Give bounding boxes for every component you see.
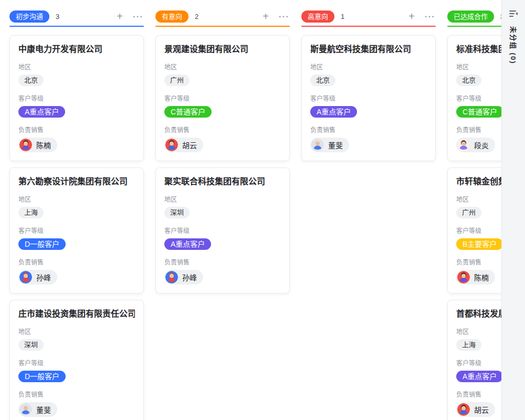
add-card-button[interactable]: + — [113, 10, 126, 23]
card-title: 聚实联合科技集团有限公司 — [164, 176, 281, 187]
card-list: 中康电力开发有限公司 地区 北京 客户等级 A重点客户 负责销售 陈楠 第六勘察… — [9, 35, 144, 420]
sales-person-name: 董斐 — [328, 140, 343, 150]
field-label-level: 客户等级 — [18, 93, 135, 102]
region-tag: 上海 — [18, 207, 44, 218]
column-more-button[interactable]: ⋯ — [277, 10, 290, 23]
sales-person-chip: 孙峰 — [18, 270, 57, 285]
kanban-card[interactable]: 聚实联合科技集团有限公司 地区 深圳 客户等级 A重点客户 负责销售 孙峰 — [155, 167, 290, 293]
region-tag: 广州 — [456, 207, 481, 218]
field-label-sales: 负责销售 — [164, 257, 281, 266]
add-card-button[interactable]: + — [405, 10, 418, 23]
column-underline — [9, 26, 144, 27]
kanban-card[interactable]: 景观建设集团有限公司 地区 广州 客户等级 C普通客户 负责销售 胡云 — [155, 35, 290, 161]
sales-person-name: 陈楠 — [474, 272, 489, 282]
level-badge: A重点客户 — [310, 106, 357, 118]
region-tag: 广州 — [164, 75, 190, 86]
card-title: 景观建设集团有限公司 — [164, 44, 281, 55]
level-badge: D一般客户 — [18, 238, 66, 250]
region-tag: 深圳 — [18, 339, 44, 351]
card-title: 庄市建设投资集团有限责任公司 — [18, 309, 135, 319]
field-label-sales: 负责销售 — [18, 390, 135, 398]
field-label-sales: 负责销售 — [18, 257, 135, 266]
region-tag: 北京 — [310, 75, 335, 86]
field-label-sales: 负责销售 — [18, 125, 135, 134]
field-label-region: 地区 — [164, 62, 281, 71]
kanban-card[interactable]: 中康电力开发有限公司 地区 北京 客户等级 A重点客户 负责销售 陈楠 — [9, 35, 144, 161]
level-badge: C普通客户 — [456, 106, 503, 118]
region-tag: 上海 — [456, 339, 481, 351]
card-title: 斯曼航空科技集团有限公司 — [310, 44, 427, 55]
avatar — [19, 271, 32, 284]
sales-person-chip: 胡云 — [164, 138, 203, 152]
avatar — [457, 139, 470, 151]
sales-person-name: 董斐 — [36, 404, 51, 415]
kanban-card[interactable]: 斯曼航空科技集团有限公司 地区 北京 客户等级 A重点客户 负责销售 董斐 — [301, 35, 436, 161]
region-tag: 北京 — [18, 75, 44, 86]
column-count: 2 — [195, 13, 198, 20]
add-card-button[interactable]: + — [259, 10, 272, 23]
sales-person-name: 孙峰 — [36, 272, 51, 282]
field-label-region: 地区 — [18, 194, 135, 203]
column-underline — [301, 26, 436, 27]
avatar — [19, 403, 32, 416]
sales-person-chip: 陈楠 — [18, 138, 57, 152]
level-badge: A重点客户 — [18, 106, 65, 118]
field-label-level: 客户等级 — [164, 93, 281, 102]
collapsed-group-label: 未分组 (0) — [509, 26, 519, 65]
field-label-level: 客户等级 — [18, 226, 135, 235]
sales-person-chip: 段炎 — [456, 138, 495, 152]
field-label-level: 客户等级 — [310, 93, 427, 102]
column-underline — [155, 26, 290, 27]
sales-person-chip: 胡云 — [456, 402, 495, 417]
region-tag: 深圳 — [164, 207, 190, 218]
column-more-button[interactable]: ⋯ — [131, 10, 144, 23]
column-status-badge[interactable]: 高意向 — [301, 10, 334, 23]
avatar — [19, 139, 32, 151]
column-header: 初步沟通 3 + ⋯ — [9, 7, 144, 25]
sales-person-chip: 董斐 — [18, 402, 57, 417]
field-label-level: 客户等级 — [164, 226, 281, 235]
collapse-panel-icon[interactable] — [508, 8, 519, 19]
region-tag: 北京 — [456, 75, 481, 86]
column-status-badge[interactable]: 有意向 — [155, 10, 188, 23]
column-more-button[interactable]: ⋯ — [423, 10, 436, 23]
avatar — [165, 271, 178, 284]
card-list: 斯曼航空科技集团有限公司 地区 北京 客户等级 A重点客户 负责销售 董斐 — [301, 35, 436, 161]
level-badge: A重点客户 — [164, 238, 211, 250]
sales-person-name: 孙峰 — [182, 272, 197, 282]
column-header: 有意向 2 + ⋯ — [155, 7, 290, 25]
sales-person-name: 胡云 — [182, 140, 197, 150]
sales-person-chip: 孙峰 — [164, 270, 203, 285]
avatar — [457, 403, 470, 416]
avatar — [165, 139, 178, 151]
collapsed-group-panel[interactable]: 未分组 (0) — [501, 0, 525, 420]
level-badge: D一般客户 — [18, 371, 66, 382]
field-label-region: 地区 — [18, 327, 135, 335]
card-title: 中康电力开发有限公司 — [18, 44, 135, 55]
kanban-board: 初步沟通 3 + ⋯ 中康电力开发有限公司 地区 北京 客户等级 A重点客户 负… — [9, 7, 525, 420]
column-count: 3 — [56, 13, 59, 20]
level-badge: A重点客户 — [456, 371, 503, 382]
field-label-region: 地区 — [310, 62, 427, 71]
avatar — [457, 271, 470, 284]
kanban-column-3: 高意向 1 + ⋯ 斯曼航空科技集团有限公司 地区 北京 客户等级 A重点客户 … — [301, 7, 436, 420]
column-status-badge[interactable]: 初步沟通 — [9, 10, 49, 23]
card-title: 第六勘察设计院集团有限公司 — [18, 176, 135, 187]
column-count: 1 — [341, 13, 344, 20]
kanban-card[interactable]: 第六勘察设计院集团有限公司 地区 上海 客户等级 D一般客户 负责销售 孙峰 — [9, 167, 144, 293]
field-label-level: 客户等级 — [18, 358, 135, 367]
field-label-sales: 负责销售 — [164, 125, 281, 134]
level-badge: B主要客户 — [456, 238, 503, 250]
kanban-column-2: 有意向 2 + ⋯ 景观建设集团有限公司 地区 广州 客户等级 C普通客户 负责… — [155, 7, 290, 420]
level-badge: C普通客户 — [164, 106, 212, 118]
sales-person-name: 胡云 — [474, 404, 489, 415]
avatar — [311, 139, 324, 151]
kanban-column-1: 初步沟通 3 + ⋯ 中康电力开发有限公司 地区 北京 客户等级 A重点客户 负… — [9, 7, 144, 420]
column-header: 高意向 1 + ⋯ — [301, 7, 436, 25]
column-status-badge[interactable]: 已达成合作 — [447, 10, 494, 23]
sales-person-chip: 陈楠 — [456, 270, 495, 285]
kanban-card[interactable]: 庄市建设投资集团有限责任公司 地区 深圳 客户等级 D一般客户 负责销售 董斐 — [9, 300, 144, 420]
field-label-region: 地区 — [164, 194, 281, 203]
sales-person-chip: 董斐 — [310, 138, 349, 152]
sales-person-name: 陈楠 — [36, 140, 51, 150]
